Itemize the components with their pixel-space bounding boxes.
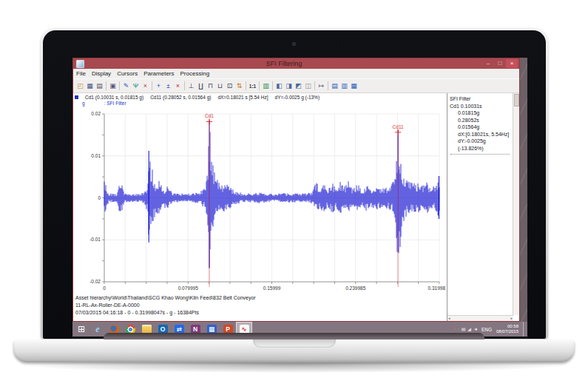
display-tray-icon[interactable]: ▤ bbox=[462, 327, 466, 331]
delete-all-cursors-icon[interactable]: × bbox=[173, 81, 183, 91]
internet-explorer-icon[interactable]: e bbox=[89, 322, 106, 337]
side-panel-row: Cd1 0.10031s bbox=[450, 103, 512, 110]
scale-top-icon[interactable]: ⊓ bbox=[206, 81, 215, 91]
side-panel-title: SFI Filter bbox=[450, 95, 512, 103]
volume-tray-icon[interactable]: ◄ bbox=[473, 327, 478, 331]
toolbar-separator bbox=[246, 81, 246, 90]
measurement-footer: Asset hierarchy\World\Thailand\SCG Khao … bbox=[75, 294, 447, 317]
minimize-button[interactable]: – bbox=[482, 59, 494, 68]
copy-icon[interactable]: ▣ bbox=[108, 81, 118, 91]
menu-parameters[interactable]: Parameters bbox=[143, 70, 174, 77]
report-icon[interactable]: ▤ bbox=[330, 81, 339, 91]
axis-xy-icon[interactable]: ∐ bbox=[196, 81, 206, 91]
svg-text:0: 0 bbox=[103, 285, 106, 291]
autoscale-icon[interactable]: ⇅ bbox=[234, 81, 244, 91]
legend-unit: g bbox=[82, 101, 85, 106]
toolbar-separator bbox=[314, 81, 315, 90]
add-sideband-cursor-icon[interactable]: ± bbox=[163, 81, 173, 91]
start-button[interactable]: ⊞ bbox=[73, 322, 89, 337]
side-panel-row: 0.01815g bbox=[450, 109, 512, 117]
titlebar: SFI Filtering – □ × bbox=[73, 58, 519, 69]
language-indicator[interactable]: ENG bbox=[481, 327, 492, 332]
toolbar-separator bbox=[106, 81, 107, 90]
panel-vertical-scrollbar[interactable] bbox=[513, 93, 519, 315]
scale-fit-icon[interactable]: ⊡ bbox=[225, 81, 234, 91]
toolbar-separator bbox=[184, 81, 185, 90]
start-button: ⊞ bbox=[77, 325, 87, 334]
svg-text:0.31998: 0.31998 bbox=[428, 285, 446, 291]
stage: SFI Filtering – □ × File Display Cursors… bbox=[0, 0, 588, 392]
table-icon[interactable]: ▦ bbox=[349, 81, 359, 91]
series-color-swatch bbox=[75, 95, 78, 99]
svg-text:0.239985: 0.239985 bbox=[345, 285, 365, 291]
cursor2-readout: Cd11 (0.28052 s, 0.01564 g) bbox=[150, 95, 211, 100]
toolbar-separator bbox=[259, 81, 260, 90]
svg-text:0: 0 bbox=[98, 195, 101, 200]
svg-text:Cd11: Cd11 bbox=[393, 124, 404, 129]
add-cursor-icon[interactable]: + bbox=[154, 81, 163, 91]
export-icon[interactable]: ▥ bbox=[339, 81, 349, 91]
side-panel-row: dY:-0.0025g (-13.826%) bbox=[450, 138, 512, 152]
side-panel-row: dX:[0.18021s, 5.54Hz] bbox=[450, 131, 512, 138]
chart-pane: Cd1 (0.10031 s, 0.01815 g) Cd11 (0.28052… bbox=[73, 93, 447, 321]
menu-file[interactable]: File bbox=[76, 70, 86, 77]
edit-cursor-icon[interactable]: ✎ bbox=[121, 81, 131, 91]
app-window: SFI Filtering – □ × File Display Cursors… bbox=[72, 58, 520, 322]
snapshot-icon[interactable]: ▥ bbox=[261, 81, 271, 91]
cursor-readout-bar: Cd1 (0.10031 s, 0.01815 g) Cd11 (0.28052… bbox=[75, 95, 447, 100]
scrollbar-thumb[interactable] bbox=[514, 94, 519, 107]
menu-processing[interactable]: Processing bbox=[180, 70, 210, 77]
desktop: SFI Filtering – □ × File Display Cursors… bbox=[72, 58, 527, 337]
harmonic-cursor-icon[interactable]: Ψ bbox=[131, 81, 141, 91]
zoom-band-icon[interactable]: ◧ bbox=[274, 81, 284, 91]
measurement-info: 07/03/2015 04:16:18 - 0 - 0.31998047s - … bbox=[75, 309, 447, 317]
waveform-chart[interactable]: 0.020.010-0.01-0.0200.0799950.159990.239… bbox=[73, 106, 447, 292]
show-desktop-button[interactable] bbox=[523, 322, 527, 337]
taskbar-clock[interactable]: 00:58 08/07/2015 bbox=[496, 324, 518, 334]
svg-text:0.02: 0.02 bbox=[91, 111, 101, 116]
panel-horizontal-scrollbar[interactable]: ◂ ▸ bbox=[447, 315, 513, 321]
zoom-out-icon[interactable]: ◩ bbox=[294, 81, 303, 91]
save-icon[interactable]: ▦ bbox=[85, 81, 95, 91]
print-icon[interactable]: ▤ bbox=[95, 81, 104, 91]
menu-cursors[interactable]: Cursors bbox=[117, 70, 138, 77]
network-tray-icon[interactable]: ◢ bbox=[467, 327, 471, 331]
toolbar: ◰▦▤▣✎Ψ×+±×⊥∐⊓⊔⊡⇅1:1▥◧◨◩◫↦▤▥▦ bbox=[73, 78, 519, 93]
svg-text:-0.01: -0.01 bbox=[89, 237, 101, 242]
delete-cursor-icon[interactable]: × bbox=[141, 81, 150, 91]
side-panel-row: 0.28052s bbox=[450, 117, 512, 124]
toolbar-separator bbox=[328, 81, 328, 90]
side-panel-row: 0.01564g bbox=[450, 124, 512, 131]
side-panel: SFI Filter Cd1 0.10031s 0.01815g 0.28052… bbox=[447, 93, 519, 321]
zoom-lock-icon[interactable]: ◫ bbox=[303, 81, 313, 91]
svg-text:0.15999: 0.15999 bbox=[263, 285, 281, 291]
window-title: SFI Filtering bbox=[86, 58, 482, 69]
toolbar-separator bbox=[119, 81, 120, 90]
content-area: Cd1 (0.10031 s, 0.01815 g) Cd11 (0.28052… bbox=[73, 93, 519, 321]
one-to-one-icon[interactable]: 1:1 bbox=[248, 81, 257, 91]
clock-date: 08/07/2015 bbox=[496, 329, 518, 334]
laptop-screen: SFI Filtering – □ × File Display Cursors… bbox=[41, 28, 548, 339]
antivirus-tray-icon[interactable]: ▪ bbox=[457, 327, 459, 331]
laptop-lid-notch bbox=[253, 339, 336, 348]
scroll-left-icon[interactable]: ◂ bbox=[448, 315, 450, 322]
svg-text:-0.02: -0.02 bbox=[89, 279, 101, 284]
alert-tray-icon[interactable]: ▪ bbox=[453, 327, 455, 331]
axis-y-icon[interactable]: ⊥ bbox=[186, 81, 196, 91]
maximize-button[interactable]: □ bbox=[494, 59, 506, 68]
cursor1-readout: Cd1 (0.10031 s, 0.01815 g) bbox=[85, 95, 143, 100]
open-icon[interactable]: ◰ bbox=[75, 81, 85, 91]
scale-bottom-icon[interactable]: ⊔ bbox=[215, 81, 225, 91]
clock-time: 00:58 bbox=[507, 324, 518, 328]
svg-text:0.01: 0.01 bbox=[91, 153, 101, 158]
tray-icons: ▪▪▤◢◄ bbox=[453, 327, 478, 331]
panel-divider bbox=[450, 154, 510, 155]
pan-icon[interactable]: ↦ bbox=[317, 81, 326, 91]
scroll-right-icon[interactable]: ▸ bbox=[510, 315, 513, 322]
zoom-in-icon[interactable]: ◨ bbox=[284, 81, 294, 91]
close-button[interactable]: × bbox=[506, 59, 518, 68]
measurement-point: 11-RL-Ax-Roller-DE-A-0000 bbox=[75, 302, 447, 309]
menu-display[interactable]: Display bbox=[92, 70, 111, 77]
menubar: File Display Cursors Parameters Processi… bbox=[73, 69, 519, 78]
app-icon bbox=[76, 60, 84, 68]
